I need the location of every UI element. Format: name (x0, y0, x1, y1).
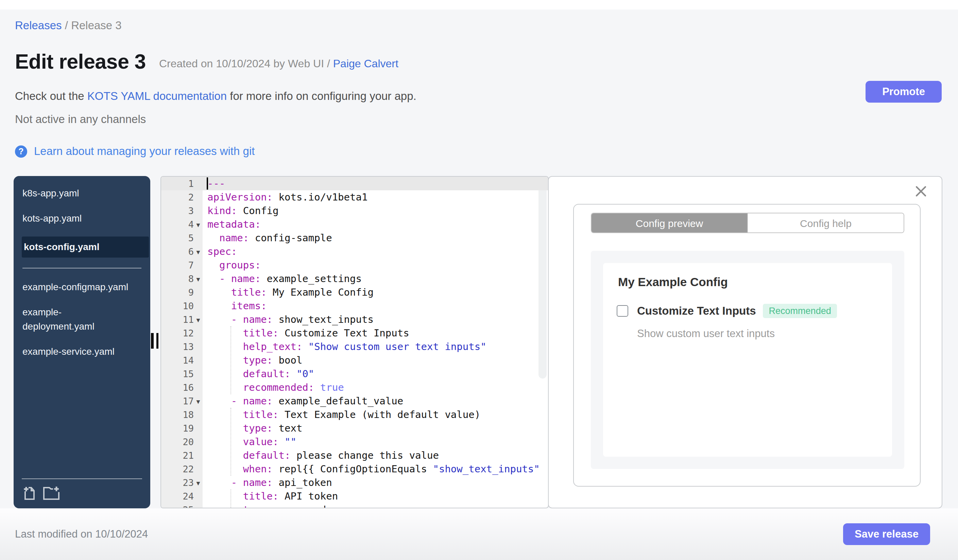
code-line-17: 17▼ - name: example_default_value (161, 394, 548, 408)
sidebar-divider (22, 268, 141, 269)
close-icon[interactable] (915, 185, 927, 197)
created-text: Created on 10/10/2024 by Web UI / (159, 58, 333, 69)
editor-lines: 1---2apiVersion: kots.io/v1beta13kind: C… (161, 177, 548, 508)
promote-button[interactable]: Promote (866, 81, 942, 103)
line-number: 18 (161, 408, 194, 421)
breadcrumb: Releases / Release 3 (15, 19, 122, 32)
line-number: 12 (161, 326, 194, 340)
file-sidebar: k8s-app.yamlkots-app.yamlkots-config.yam… (14, 176, 150, 508)
fold-arrow-icon[interactable]: ▼ (194, 476, 203, 490)
kots-yaml-docs-link[interactable]: KOTS YAML documentation (87, 90, 227, 102)
line-number: 4 (161, 217, 194, 231)
code-line-12: 12 title: Customize Text Inputs (161, 326, 548, 340)
code-line-6: 6▼spec: (161, 245, 548, 258)
code-line-24: 24 title: API token (161, 489, 548, 503)
code-line-18: 18 title: Text Example (with default val… (161, 408, 548, 421)
code-line-7: 7 groups: (161, 258, 548, 272)
code-text: - name: example_settings (203, 273, 362, 284)
page: Releases / Release 3 Edit release 3 Crea… (0, 0, 958, 560)
sidebar-file-example-deployment.yaml[interactable]: example-deployment.yaml (22, 305, 129, 334)
sidebar-file-example-configmap.yaml[interactable]: example-configmap.yaml (22, 280, 129, 294)
created-author-link[interactable]: Paige Calvert (333, 58, 398, 69)
last-modified-text: Last modified on 10/10/2024 (15, 528, 148, 540)
config-group-card: My Example Config Customize Text Inputs … (603, 263, 892, 457)
git-releases-link[interactable]: Learn about managing your releases with … (34, 145, 255, 158)
code-line-3: 3kind: Config (161, 204, 548, 217)
top-nav-edge (0, 0, 958, 9)
sidebar-footer (14, 478, 150, 508)
code-line-16: 16 recommended: true (161, 381, 548, 394)
sidebar-file-kots-config.yaml[interactable]: kots-config.yaml (22, 237, 149, 258)
code-text: - name: example_default_value (203, 395, 403, 407)
left-resize-handle[interactable] (151, 333, 159, 349)
code-line-2: 2apiVersion: kots.io/v1beta1 (161, 190, 548, 204)
line-number: 11 (161, 313, 194, 326)
question-mark-icon: ? (15, 145, 27, 157)
line-number: 10 (161, 299, 194, 313)
code-line-10: 10 items: (161, 299, 548, 313)
code-line-20: 20 value: "" (161, 435, 548, 449)
code-text: type: bool (203, 355, 302, 365)
code-text: kind: Config (203, 205, 279, 216)
new-file-icon[interactable] (23, 486, 36, 500)
docs-line: Check out the KOTS YAML documentation fo… (15, 90, 416, 103)
code-text: - name: show_text_inputs (203, 314, 374, 325)
code-text: when: repl{{ ConfigOptionEquals "show_te… (203, 464, 540, 475)
config-item-checkbox[interactable] (617, 305, 628, 317)
fold-arrow-icon[interactable]: ▼ (194, 313, 203, 327)
fold-arrow-icon[interactable]: ▼ (194, 395, 203, 408)
code-line-22: 22 when: repl{{ ConfigOptionEquals "show… (161, 462, 548, 476)
config-item-label: Customize Text Inputs (637, 304, 756, 317)
code-text: --- (203, 178, 225, 189)
tab-config-help[interactable]: Config help (747, 214, 904, 233)
code-text: items: (203, 301, 267, 311)
fold-arrow-icon[interactable]: ▼ (194, 272, 203, 286)
breadcrumb-separator: / (62, 19, 71, 31)
code-line-4: 4▼metadata: (161, 217, 548, 231)
save-release-button[interactable]: Save release (843, 523, 930, 545)
code-text: default: please change this value (203, 450, 439, 461)
code-text: groups: (203, 259, 261, 271)
yaml-code-editor[interactable]: 1---2apiVersion: kots.io/v1beta13kind: C… (160, 176, 549, 508)
code-text: title: API token (203, 491, 338, 501)
page-title: Edit release 3 (15, 50, 146, 73)
line-number: 25 (161, 503, 194, 508)
code-line-25: 25 type: password (161, 503, 548, 508)
code-text: title: My Example Config (203, 287, 374, 298)
code-text: default: "0" (203, 369, 314, 379)
code-line-15: 15 default: "0" (161, 367, 548, 381)
file-list-top: k8s-app.yamlkots-app.yamlkots-config.yam… (14, 176, 150, 269)
line-number: 22 (161, 462, 194, 476)
fold-arrow-icon[interactable]: ▼ (194, 245, 203, 259)
line-number: 13 (161, 340, 194, 353)
line-number: 21 (161, 449, 194, 462)
sidebar-file-kots-app.yaml[interactable]: kots-app.yaml (22, 211, 129, 226)
tab-config-preview[interactable]: Config preview (592, 214, 747, 233)
config-preview-area: My Example Config Customize Text Inputs … (591, 251, 904, 469)
line-number: 9 (161, 285, 194, 299)
sidebar-file-k8s-app.yaml[interactable]: k8s-app.yaml (22, 186, 129, 201)
line-number: 17 (161, 394, 194, 408)
code-line-5: 5 name: config-sample (161, 231, 548, 245)
code-text: type: text (203, 423, 302, 433)
editor-cursor (207, 177, 208, 190)
line-number: 16 (161, 381, 194, 394)
line-number: 14 (161, 353, 194, 367)
code-text: help_text: "Show custom user text inputs… (203, 341, 487, 352)
sidebar-file-example-service.yaml[interactable]: example-service.yaml (22, 345, 129, 359)
code-text: spec: (203, 246, 237, 257)
new-folder-icon[interactable] (43, 486, 60, 500)
line-number: 24 (161, 489, 194, 503)
code-text: name: config-sample (203, 233, 332, 243)
config-group-title: My Example Config (618, 275, 728, 289)
line-number: 19 (161, 421, 194, 435)
code-line-1: 1--- (161, 177, 548, 190)
fold-arrow-icon[interactable]: ▼ (194, 218, 203, 232)
code-line-23: 23▼ - name: api_token (161, 476, 548, 489)
code-line-11: 11▼ - name: show_text_inputs (161, 313, 548, 326)
code-text: recommended: true (203, 382, 344, 393)
code-line-21: 21 default: please change this value (161, 449, 548, 462)
breadcrumb-releases-link[interactable]: Releases (15, 19, 62, 31)
code-text: title: Customize Text Inputs (203, 327, 409, 339)
breadcrumb-current: Release 3 (71, 19, 122, 31)
